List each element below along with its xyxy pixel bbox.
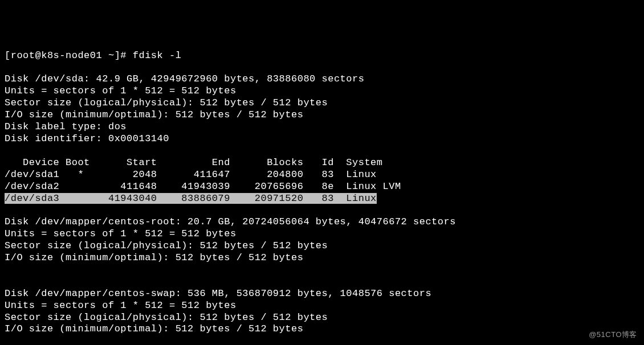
disk-swap-io: I/O size (minimum/optimal): 512 bytes / … <box>5 323 303 334</box>
disk-root-header: Disk /dev/mapper/centos-root: 20.7 GB, 2… <box>5 216 456 227</box>
disk-root-units: Units = sectors of 1 * 512 = 512 bytes <box>5 228 237 239</box>
disk-sda-sector: Sector size (logical/physical): 512 byte… <box>5 97 328 108</box>
disk-sda-units: Units = sectors of 1 * 512 = 512 bytes <box>5 85 237 96</box>
disk-sda-header: Disk /dev/sda: 42.9 GB, 42949672960 byte… <box>5 73 364 84</box>
watermark-text: @51CTO博客 <box>589 330 637 339</box>
shell-prompt-line: [root@k8s-node01 ~]# fdisk -l <box>5 50 181 61</box>
disk-sda-io: I/O size (minimum/optimal): 512 bytes / … <box>5 109 303 120</box>
terminal-output: [root@k8s-node01 ~]# fdisk -l Disk /dev/… <box>5 50 639 345</box>
partition-row-sda3-highlighted: /dev/sda3 41943040 83886079 20971520 83 … <box>5 193 377 204</box>
partition-row-sda1: /dev/sda1 * 2048 411647 204800 83 Linux <box>5 169 377 180</box>
disk-swap-units: Units = sectors of 1 * 512 = 512 bytes <box>5 300 237 311</box>
disk-sda-labeltype: Disk label type: dos <box>5 121 127 132</box>
partition-table-header: Device Boot Start End Blocks Id System <box>5 157 383 168</box>
disk-root-io: I/O size (minimum/optimal): 512 bytes / … <box>5 252 303 263</box>
disk-swap-header: Disk /dev/mapper/centos-swap: 536 MB, 53… <box>5 288 431 299</box>
disk-sda-identifier: Disk identifier: 0x00013140 <box>5 133 169 144</box>
disk-swap-sector: Sector size (logical/physical): 512 byte… <box>5 312 328 323</box>
partition-row-sda2: /dev/sda2 411648 41943039 20765696 8e Li… <box>5 181 401 192</box>
disk-root-sector: Sector size (logical/physical): 512 byte… <box>5 240 328 251</box>
